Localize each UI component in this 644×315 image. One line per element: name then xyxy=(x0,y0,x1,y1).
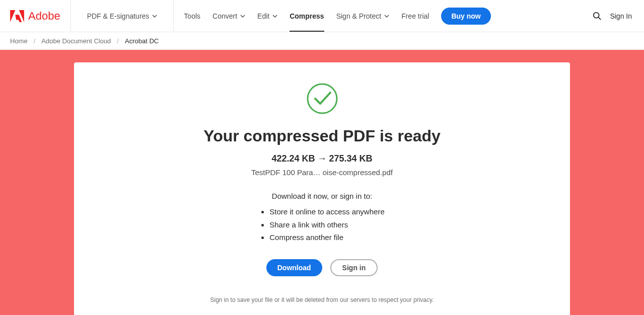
svg-point-2 xyxy=(308,84,337,113)
file-size-info: 422.24 KB → 275.34 KB xyxy=(104,153,540,164)
svg-line-1 xyxy=(599,17,601,20)
adobe-logo-link[interactable]: Adobe xyxy=(10,10,60,23)
nav-edit[interactable]: Edit xyxy=(251,0,283,32)
feature-list: Store it online to access anywhere Share… xyxy=(259,205,384,244)
breadcrumb-acrobat: Acrobat DC xyxy=(125,37,159,45)
top-nav: Adobe PDF & E-signatures Tools Convert E… xyxy=(0,0,644,32)
nav-label: Compress xyxy=(290,12,324,20)
sign-in-button[interactable]: Sign in xyxy=(330,259,378,276)
sign-in-link[interactable]: Sign In xyxy=(610,12,632,20)
nav-label: Edit xyxy=(257,12,269,20)
breadcrumb-separator: / xyxy=(34,37,36,45)
filename-display: TestPDF 100 Para… oise-compressed.pdf xyxy=(104,168,540,177)
feature-item: Compress another file xyxy=(269,231,384,244)
download-instruction: Download it now, or sign in to: xyxy=(104,192,540,200)
nav-convert[interactable]: Convert xyxy=(206,0,251,32)
download-button[interactable]: Download xyxy=(266,259,322,276)
nav-section-pdf: PDF & E-signatures xyxy=(71,0,174,32)
adobe-logo-icon xyxy=(10,10,24,22)
nav-label: Sign & Protect xyxy=(336,12,382,20)
breadcrumb-home[interactable]: Home xyxy=(10,37,28,45)
breadcrumb-doc-cloud[interactable]: Adobe Document Cloud xyxy=(41,37,111,45)
feature-item: Store it online to access anywhere xyxy=(269,205,384,218)
buy-now-button[interactable]: Buy now xyxy=(441,8,490,25)
result-card: Your compressed PDF is ready 422.24 KB →… xyxy=(74,62,570,315)
size-after: 275.34 KB xyxy=(329,153,373,164)
chevron-down-icon xyxy=(384,14,389,19)
nav-free-trial[interactable]: Free trial xyxy=(395,0,435,32)
size-arrow: → xyxy=(315,153,329,164)
breadcrumb-separator: / xyxy=(117,37,119,45)
privacy-note: Sign in to save your file or it will be … xyxy=(104,296,540,303)
card-title: Your compressed PDF is ready xyxy=(104,127,540,145)
nav-pdf-esignatures[interactable]: PDF & E-signatures xyxy=(81,0,164,32)
size-before: 422.24 KB xyxy=(271,153,315,164)
logo-section: Adobe xyxy=(0,0,71,32)
search-icon[interactable] xyxy=(593,12,602,21)
feature-item: Share a link with others xyxy=(269,218,384,231)
nav-main-menu: Tools Convert Edit Compress Sign & Prote… xyxy=(174,0,636,32)
nav-label: PDF & E-signatures xyxy=(87,12,150,20)
nav-tools[interactable]: Tools xyxy=(178,0,206,32)
chevron-down-icon xyxy=(240,14,245,19)
nav-compress[interactable]: Compress xyxy=(283,0,330,32)
main-area: Your compressed PDF is ready 422.24 KB →… xyxy=(0,50,644,315)
breadcrumb: Home / Adobe Document Cloud / Acrobat DC xyxy=(0,32,644,50)
nav-label: Free trial xyxy=(401,12,429,20)
chevron-down-icon xyxy=(152,14,157,19)
nav-label: Tools xyxy=(184,12,200,20)
nav-sign-protect[interactable]: Sign & Protect xyxy=(330,0,396,32)
success-check-icon xyxy=(306,83,338,115)
nav-label: Convert xyxy=(212,12,237,20)
nav-right: Sign In xyxy=(593,12,632,21)
button-row: Download Sign in xyxy=(104,259,540,276)
adobe-brand-text: Adobe xyxy=(28,10,60,23)
chevron-down-icon xyxy=(272,14,277,19)
svg-point-0 xyxy=(594,12,599,18)
